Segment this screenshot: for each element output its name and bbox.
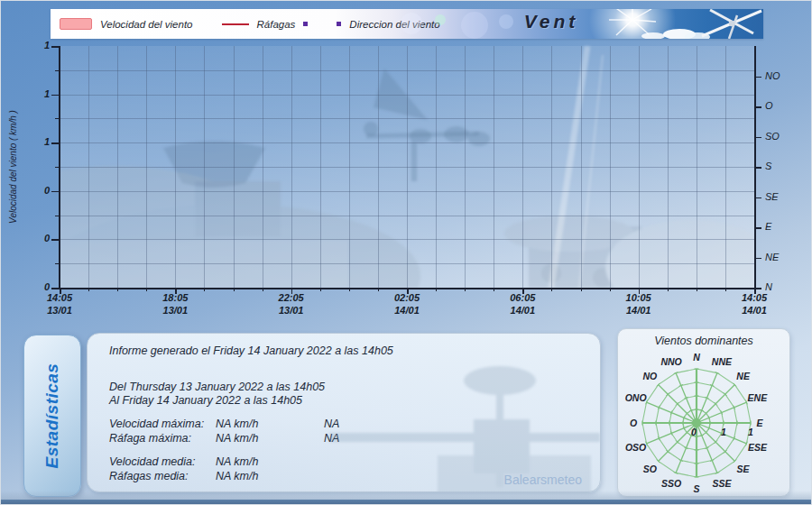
y-tick xyxy=(51,239,59,241)
x-tick-date-label: 14/01 xyxy=(607,305,670,316)
direction-tick xyxy=(756,197,761,199)
rose-direction-label: OSO xyxy=(625,442,646,453)
x-minor-tick xyxy=(668,288,669,291)
x-tick-date-label: 14/01 xyxy=(375,305,438,316)
y-minor-tick xyxy=(55,118,59,119)
x-tick-date-label: 14/01 xyxy=(491,305,554,316)
gridline xyxy=(60,239,754,240)
stats-tab: Estadísticas xyxy=(23,335,81,497)
y-tick-label: 0 xyxy=(26,233,50,243)
wind-report-page: Velocidad del viento Ráfagas Direccion d… xyxy=(0,0,812,505)
x-minor-tick xyxy=(204,288,205,291)
direction-tick-label: N xyxy=(765,281,796,292)
x-tick-time-label: 14:05 xyxy=(28,292,91,303)
x-tick-time-label: 06:05 xyxy=(491,292,554,303)
gridline xyxy=(60,70,754,71)
x-tick-date-label: 13/01 xyxy=(143,305,207,316)
y-minor-tick xyxy=(55,216,59,216)
rose-direction-label: SSE xyxy=(712,478,732,489)
x-tick-date-label: 13/01 xyxy=(260,305,323,316)
x-minor-tick xyxy=(146,288,147,291)
rose-direction-label: NNO xyxy=(660,356,681,367)
gridline xyxy=(60,167,754,168)
header-banner: Velocidad del viento Ráfagas Direccion d… xyxy=(51,9,763,39)
gridline xyxy=(60,142,754,143)
brand-text: Balearsmeteo xyxy=(504,473,582,487)
x-minor-tick xyxy=(234,288,235,291)
y-tick xyxy=(51,46,59,48)
x-minor-tick xyxy=(610,288,611,291)
direction-tick xyxy=(756,137,761,139)
x-minor-tick xyxy=(263,288,263,291)
y-tick-label: 0 xyxy=(26,281,50,292)
period-from-line: Del Thursday 13 January 2022 a las 14h05 xyxy=(109,381,600,394)
rose-direction-label: ESE xyxy=(748,442,768,453)
direction-tick-label: E xyxy=(765,221,796,232)
rose-direction-label: N xyxy=(693,352,700,363)
rose-scale-label: 0 xyxy=(691,427,697,437)
y-minor-tick xyxy=(55,167,59,168)
stats-tab-label: Estadísticas xyxy=(42,363,62,469)
y-axis-line xyxy=(59,46,60,289)
direction-tick-label: SE xyxy=(765,191,796,202)
x-minor-tick xyxy=(436,288,437,291)
x-tick-time-label: 22:05 xyxy=(260,292,323,303)
x-tick-time-label: 14:05 xyxy=(723,292,786,303)
sea-edge-strip xyxy=(1,500,812,505)
x-tick-date-label: 13/01 xyxy=(28,305,91,316)
x-minor-tick xyxy=(551,288,552,291)
y-tick xyxy=(51,288,59,289)
direction-tick-label: SO xyxy=(765,131,796,142)
direction-tick-label: S xyxy=(765,161,796,171)
rose-direction-label: NO xyxy=(643,371,658,381)
stat-row-max-speed: Velocidad máxima: NA km/h NA xyxy=(109,417,600,431)
rose-direction-label: NNE xyxy=(712,356,733,367)
x-minor-tick xyxy=(320,288,321,291)
anemometer-blades-icon xyxy=(702,10,761,39)
x-minor-tick xyxy=(697,288,697,291)
rose-direction-label: E xyxy=(756,418,763,428)
y-tick-label: 1 xyxy=(26,136,50,147)
rose-direction-label: ONO xyxy=(625,392,647,403)
direction-tick xyxy=(756,167,761,169)
wind-rose-panel: Vientos dominantes NNNENEENEEESESESSESSS… xyxy=(617,328,790,497)
x-minor-tick xyxy=(88,288,89,291)
stats-panel: Informe generado el Friday 14 January 20… xyxy=(87,333,601,492)
direction-tick xyxy=(756,106,761,108)
direction-tick-label: NE xyxy=(765,252,796,262)
x-tick-date-label: 14/01 xyxy=(723,305,786,316)
direction-tick xyxy=(756,258,761,260)
wind-rose-chart: NNNENEENEEESESESSESSSOSOOSOOONONONNO011 xyxy=(618,345,789,496)
x-minor-tick xyxy=(378,288,379,291)
gridline xyxy=(60,216,754,216)
x-minor-tick xyxy=(725,288,726,291)
gridline xyxy=(60,118,754,119)
gridline xyxy=(60,263,754,264)
rose-direction-label: SO xyxy=(643,464,657,474)
stat-row-max-gust: Ráfaga máxima: NA km/h NA xyxy=(109,431,600,445)
report-generated-line: Informe generado el Friday 14 January 20… xyxy=(109,344,600,358)
x-tick-time-label: 02:05 xyxy=(375,292,438,303)
sun-rays-icon xyxy=(609,9,656,35)
y-tick-label: 1 xyxy=(26,40,50,50)
gridline xyxy=(60,191,754,192)
x-minor-tick xyxy=(117,288,118,291)
rose-direction-label: ENE xyxy=(748,392,769,403)
x-minor-tick xyxy=(581,288,582,291)
y-tick xyxy=(51,142,59,144)
rose-direction-label: SSO xyxy=(661,478,681,489)
x-minor-tick xyxy=(494,288,494,291)
rose-scale-label: 1 xyxy=(721,427,726,437)
gridline xyxy=(60,95,754,96)
direction-tick xyxy=(756,227,761,229)
direction-tick xyxy=(756,77,761,78)
banner-sky-decoration xyxy=(51,9,763,39)
y-minor-tick xyxy=(55,70,59,71)
y-tick xyxy=(51,191,59,193)
period-to-line: Al Friday 14 January 2022 a las 14h05 xyxy=(109,394,600,408)
direction-tick-label: NO xyxy=(765,70,796,81)
rose-direction-label: NE xyxy=(736,371,751,381)
y-tick-label: 0 xyxy=(26,185,50,196)
direction-tick xyxy=(756,288,761,289)
rose-direction-label: O xyxy=(630,418,637,428)
